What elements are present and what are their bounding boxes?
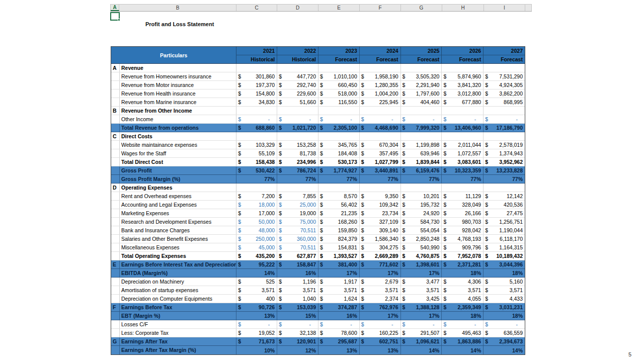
value-cell[interactable]: $184,408 bbox=[318, 149, 360, 157]
value-cell[interactable]: $158,438 bbox=[236, 158, 277, 166]
value-cell[interactable]: $109,342 bbox=[360, 201, 401, 209]
row-letter-cell[interactable] bbox=[111, 175, 120, 183]
value-cell[interactable]: $1,586,340 bbox=[360, 235, 401, 243]
value-cell[interactable]: $159,850 bbox=[318, 226, 360, 234]
value-cell[interactable]: $4,468,690 bbox=[360, 124, 401, 132]
row-letter-cell[interactable] bbox=[111, 346, 120, 354]
value-cell[interactable]: $8,570 bbox=[318, 192, 360, 200]
value-cell[interactable]: $309,140 bbox=[360, 226, 401, 234]
row-label-cell[interactable]: Direct Costs bbox=[120, 132, 236, 140]
value-cell[interactable]: 12% bbox=[277, 346, 318, 354]
value-cell[interactable]: $420,536 bbox=[484, 201, 525, 209]
value-cell[interactable]: $75,000 bbox=[277, 218, 318, 226]
row-label-cell[interactable]: Accounting and Legal Expenses bbox=[120, 201, 236, 209]
value-cell[interactable]: $17,186,790 bbox=[484, 124, 525, 132]
value-cell[interactable]: $2,291,940 bbox=[401, 81, 442, 89]
value-cell[interactable]: $153,039 bbox=[277, 303, 318, 311]
value-cell[interactable]: 16% bbox=[318, 312, 360, 320]
value-cell[interactable]: $3,571 bbox=[277, 286, 318, 294]
value-cell[interactable]: 13% bbox=[236, 312, 277, 320]
value-cell[interactable]: $- bbox=[442, 320, 484, 328]
value-cell[interactable]: 77% bbox=[484, 175, 525, 183]
year-column-header[interactable]: 2024Forecast bbox=[360, 47, 401, 63]
row-letter-cell[interactable] bbox=[111, 243, 120, 251]
value-cell[interactable]: $5,874,960 bbox=[442, 72, 484, 80]
value-cell[interactable]: $1,393,527 bbox=[318, 252, 360, 260]
value-cell[interactable]: $345,765 bbox=[318, 141, 360, 149]
value-cell[interactable] bbox=[401, 64, 442, 72]
row-letter-cell[interactable] bbox=[111, 141, 120, 149]
year-column-header[interactable]: 2023Forecast bbox=[318, 47, 360, 63]
value-cell[interactable]: $19,000 bbox=[277, 209, 318, 217]
value-cell[interactable]: $71,673 bbox=[236, 337, 277, 345]
value-cell[interactable]: $103,329 bbox=[236, 141, 277, 149]
value-cell[interactable]: $400 bbox=[236, 295, 277, 303]
row-letter-cell[interactable] bbox=[111, 286, 120, 294]
value-cell[interactable]: $670,304 bbox=[360, 141, 401, 149]
row-letter-cell[interactable] bbox=[111, 312, 120, 320]
value-cell[interactable]: $4,768,193 bbox=[442, 235, 484, 243]
row-letter-cell[interactable]: A bbox=[111, 64, 120, 72]
value-cell[interactable]: $154,800 bbox=[236, 89, 277, 98]
row-letter-cell[interactable] bbox=[111, 192, 120, 200]
column-header-D[interactable]: D bbox=[277, 5, 318, 11]
value-cell[interactable]: $195,732 bbox=[401, 201, 442, 209]
value-cell[interactable]: $18,000 bbox=[236, 201, 277, 209]
value-cell[interactable]: $7,531,290 bbox=[484, 72, 525, 80]
value-cell[interactable]: $584,730 bbox=[401, 218, 442, 226]
value-cell[interactable]: $295,687 bbox=[318, 337, 360, 345]
row-label-cell[interactable]: Revenue from Homeowners insurance bbox=[120, 72, 236, 80]
value-cell[interactable]: $3,571 bbox=[442, 286, 484, 294]
row-letter-cell[interactable] bbox=[111, 218, 120, 226]
value-cell[interactable]: 77% bbox=[401, 175, 442, 183]
row-label-cell[interactable]: Revenue bbox=[120, 64, 236, 72]
value-cell[interactable]: $153,258 bbox=[277, 141, 318, 149]
value-cell[interactable]: 15% bbox=[277, 312, 318, 320]
value-cell[interactable]: $160,225 bbox=[360, 329, 401, 337]
value-cell[interactable]: $3,031,231 bbox=[484, 303, 525, 311]
value-cell[interactable] bbox=[484, 107, 525, 115]
value-cell[interactable]: $229,600 bbox=[277, 89, 318, 98]
row-label-cell[interactable]: Gross Profit Margin (%) bbox=[120, 175, 236, 183]
value-cell[interactable]: 17% bbox=[360, 269, 401, 277]
row-label-cell[interactable]: Wages for the Staff bbox=[120, 149, 236, 157]
value-cell[interactable]: $2,305,100 bbox=[318, 124, 360, 132]
value-cell[interactable]: $636,559 bbox=[484, 329, 525, 337]
column-header-I[interactable]: I bbox=[484, 5, 525, 11]
value-cell[interactable]: $677,880 bbox=[442, 98, 484, 106]
value-cell[interactable]: $- bbox=[277, 115, 318, 123]
value-cell[interactable]: $225,945 bbox=[360, 98, 401, 106]
value-cell[interactable]: $50,000 bbox=[236, 218, 277, 226]
value-cell[interactable]: $3,862,200 bbox=[484, 89, 525, 98]
value-cell[interactable] bbox=[318, 107, 360, 115]
value-cell[interactable]: $1,040 bbox=[277, 295, 318, 303]
value-cell[interactable]: 13% bbox=[360, 346, 401, 354]
value-cell[interactable]: $2,359,349 bbox=[442, 303, 484, 311]
value-cell[interactable]: $291,507 bbox=[401, 329, 442, 337]
row-letter-cell[interactable] bbox=[111, 320, 120, 328]
value-cell[interactable]: $3,044,396 bbox=[484, 260, 525, 268]
value-cell[interactable]: $6,159,476 bbox=[401, 166, 442, 174]
value-cell[interactable] bbox=[360, 64, 401, 72]
value-cell[interactable]: $1,917 bbox=[318, 278, 360, 286]
value-cell[interactable]: $1,280,355 bbox=[360, 81, 401, 89]
value-cell[interactable]: $1,388,128 bbox=[401, 303, 442, 311]
row-letter-cell[interactable]: D bbox=[111, 184, 120, 192]
value-cell[interactable]: $328,049 bbox=[442, 201, 484, 209]
value-cell[interactable]: $10,189,432 bbox=[484, 252, 525, 260]
value-cell[interactable]: $1,010,100 bbox=[318, 72, 360, 80]
value-cell[interactable]: $32,138 bbox=[277, 329, 318, 337]
value-cell[interactable]: $48,000 bbox=[236, 226, 277, 234]
value-cell[interactable]: $- bbox=[236, 115, 277, 123]
value-cell[interactable]: $357,495 bbox=[360, 149, 401, 157]
value-cell[interactable]: 17% bbox=[401, 312, 442, 320]
value-cell[interactable] bbox=[401, 107, 442, 115]
value-cell[interactable] bbox=[401, 184, 442, 192]
value-cell[interactable] bbox=[360, 184, 401, 192]
value-cell[interactable]: $3,083,601 bbox=[442, 158, 484, 166]
value-cell[interactable]: 18% bbox=[484, 269, 525, 277]
row-letter-cell[interactable] bbox=[111, 252, 120, 260]
value-cell[interactable]: $824,379 bbox=[318, 235, 360, 243]
value-cell[interactable]: $3,012,800 bbox=[442, 89, 484, 98]
value-cell[interactable]: $627,877 bbox=[277, 252, 318, 260]
